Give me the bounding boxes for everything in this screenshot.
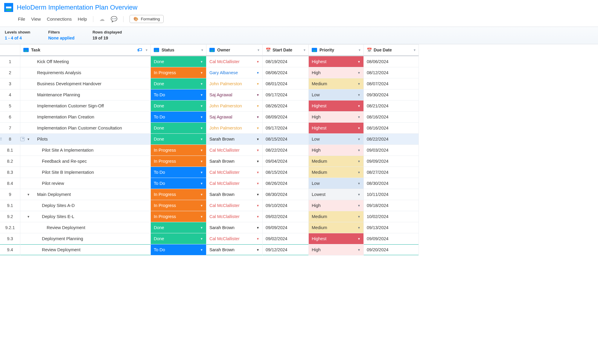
row-number[interactable]: 8.4	[0, 178, 20, 189]
status-select[interactable]: Done▼	[151, 222, 206, 233]
status-cell[interactable]: To Do▼	[151, 178, 206, 189]
task-cell[interactable]: Feedback and Re-spec	[20, 156, 151, 167]
owner-cell[interactable]: Sarah Brown▼	[206, 189, 263, 200]
collapse-chevron-icon[interactable]: ▼	[27, 193, 30, 196]
status-cell[interactable]: In Progress▼	[151, 145, 206, 156]
chevron-down-icon[interactable]: ▼	[200, 104, 203, 108]
chevron-down-icon[interactable]: ▼	[200, 93, 203, 97]
chevron-down-icon[interactable]: ▼	[357, 226, 360, 229]
chevron-down-icon[interactable]: ▼	[256, 93, 259, 97]
start-date-cell[interactable]: 08/09/2024	[263, 112, 309, 123]
priority-cell[interactable]: Medium▼	[309, 78, 364, 89]
priority-select[interactable]: Medium▼	[309, 156, 363, 167]
chevron-down-icon[interactable]: ▼	[357, 215, 360, 218]
status-cell[interactable]: In Progress▼	[151, 189, 206, 200]
row-number[interactable]: 6	[0, 112, 20, 123]
due-date-cell[interactable]: 08/16/2024	[364, 112, 419, 123]
chevron-down-icon[interactable]: ▼	[357, 182, 360, 185]
status-cell[interactable]: Done▼	[151, 123, 206, 134]
chevron-down-icon[interactable]: ▼	[200, 171, 203, 174]
start-date-cell[interactable]: 09/02/2024	[263, 211, 309, 222]
priority-cell[interactable]: Low▼	[309, 134, 364, 145]
priority-select[interactable]: Medium▼	[309, 78, 363, 89]
levels-shown-group[interactable]: Levels shown 1 - 4 of 4	[5, 30, 30, 40]
priority-cell[interactable]: Low▼	[309, 89, 364, 100]
chevron-down-icon[interactable]: ▼	[256, 104, 259, 108]
chevron-down-icon[interactable]: ▼	[256, 115, 259, 119]
status-cell[interactable]: To Do▼	[151, 167, 206, 178]
due-date-cell[interactable]: 09/20/2024	[364, 244, 419, 255]
priority-cell[interactable]: High▼	[309, 244, 364, 255]
priority-cell[interactable]: Highest▼	[309, 233, 364, 244]
start-date-cell[interactable]: 08/01/2024	[263, 78, 309, 89]
chevron-down-icon[interactable]: ▼	[200, 127, 203, 130]
priority-select[interactable]: Highest▼	[309, 100, 363, 111]
chevron-down-icon[interactable]: ▼	[357, 237, 360, 240]
chevron-down-icon[interactable]: ▼	[357, 248, 360, 252]
status-cell[interactable]: In Progress▼	[151, 200, 206, 211]
chevron-down-icon[interactable]: ▼	[257, 48, 260, 52]
chevron-down-icon[interactable]: ▼	[200, 182, 203, 185]
column-header-rownum[interactable]	[0, 45, 20, 56]
task-cell[interactable]: Requirements Analysis	[20, 67, 151, 78]
chevron-down-icon[interactable]: ▼	[256, 182, 259, 185]
start-date-cell[interactable]: 09/09/2024	[263, 222, 309, 233]
owner-cell[interactable]: John Palmerston▼	[206, 123, 263, 134]
row-number[interactable]: 9.2	[0, 211, 20, 222]
task-cell[interactable]: Deployment Planning	[20, 233, 151, 244]
status-cell[interactable]: Done▼	[151, 222, 206, 233]
start-date-cell[interactable]: 09/10/2024	[263, 200, 309, 211]
priority-select[interactable]: Highest▼	[309, 56, 363, 67]
chevron-down-icon[interactable]: ▼	[145, 48, 148, 52]
task-cell[interactable]: ▼Deploy Sites E-L	[20, 211, 151, 222]
due-date-cell[interactable]: 08/16/2024	[364, 123, 419, 134]
status-cell[interactable]: In Progress▼	[151, 211, 206, 222]
chevron-down-icon[interactable]: ▼	[256, 127, 259, 130]
due-date-cell[interactable]: 08/12/2024	[364, 67, 419, 78]
priority-select[interactable]: Medium▼	[309, 211, 363, 222]
due-date-cell[interactable]: 08/06/2024	[364, 56, 419, 67]
due-date-cell[interactable]: 09/18/2024	[364, 200, 419, 211]
row-number[interactable]: 3	[0, 78, 20, 89]
status-cell[interactable]: To Do▼	[151, 244, 206, 255]
priority-cell[interactable]: High▼	[309, 67, 364, 78]
chevron-down-icon[interactable]: ▼	[200, 248, 203, 252]
status-select[interactable]: To Do▼	[151, 89, 206, 100]
priority-cell[interactable]: Medium▼	[309, 222, 364, 233]
collapse-chevron-icon[interactable]: ▼	[27, 215, 30, 218]
chevron-down-icon[interactable]: ▼	[413, 48, 416, 52]
row-number[interactable]: 9.2.1	[0, 222, 20, 233]
chevron-down-icon[interactable]: ▼	[256, 71, 259, 74]
chevron-down-icon[interactable]: ▼	[200, 226, 203, 229]
row-number[interactable]: 8.3	[0, 167, 20, 178]
chevron-down-icon[interactable]: ▼	[256, 226, 259, 229]
status-select[interactable]: In Progress▼	[151, 156, 206, 167]
priority-select[interactable]: High▼	[309, 67, 363, 78]
row-number[interactable]: 8	[0, 134, 20, 145]
chevron-down-icon[interactable]: ▼	[200, 237, 203, 240]
chevron-down-icon[interactable]: ▼	[256, 149, 259, 152]
chevron-down-icon[interactable]: ▼	[200, 204, 203, 207]
row-number[interactable]: 4	[0, 89, 20, 100]
due-date-cell[interactable]: 09/09/2024	[364, 156, 419, 167]
owner-cell[interactable]: Sarah Brown▼	[206, 156, 263, 167]
status-select[interactable]: In Progress▼	[151, 211, 206, 222]
chevron-down-icon[interactable]: ▼	[200, 138, 203, 141]
start-date-cell[interactable]: 08/30/2024	[263, 189, 309, 200]
priority-select[interactable]: High▼	[309, 145, 363, 156]
priority-select[interactable]: Lowest▼	[309, 189, 363, 200]
owner-cell[interactable]: Cal McClallister▼	[206, 200, 263, 211]
start-date-cell[interactable]: 09/02/2024	[263, 233, 309, 244]
chevron-down-icon[interactable]: ▼	[200, 60, 203, 63]
priority-cell[interactable]: Medium▼	[309, 211, 364, 222]
column-header-start-date[interactable]: 📅 Start Date ▼	[263, 45, 309, 56]
priority-cell[interactable]: Highest▼	[309, 123, 364, 134]
chevron-down-icon[interactable]: ▼	[201, 48, 204, 52]
status-select[interactable]: Done▼	[151, 56, 206, 67]
task-cell[interactable]: Review Deployment	[20, 244, 151, 255]
owner-cell[interactable]: Sarah Brown▼	[206, 134, 263, 145]
priority-cell[interactable]: High▼	[309, 200, 364, 211]
task-cell[interactable]: Deploy Sites A-D	[20, 200, 151, 211]
chevron-down-icon[interactable]: ▼	[256, 193, 259, 196]
menu-help[interactable]: Help	[78, 16, 87, 22]
